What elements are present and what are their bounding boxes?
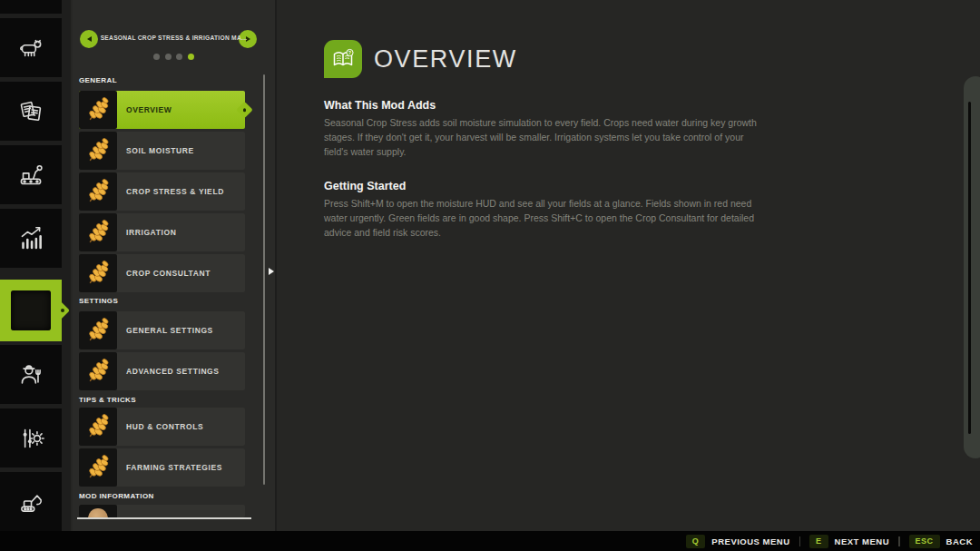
menu-item-label: OVERVIEW [126,91,172,129]
hotkey-label: NEXT MENU [835,536,889,546]
hotkey-separator [898,536,900,546]
arrow-left-icon [87,36,92,42]
hotkey-next-menu[interactable]: E NEXT MENU [809,535,889,548]
menu-item-soil-moisture[interactable]: SOIL MOISTURE [79,132,245,170]
wheat-icon [84,219,112,246]
page-dot [153,54,160,60]
hotkey-label: PREVIOUS MENU [711,536,789,546]
panel-cutoff-line [77,517,251,519]
hotkey-back[interactable]: ESC BACK [909,535,973,548]
selection-dot [243,108,247,112]
help-book-icon [324,40,362,78]
menu-item-overview[interactable]: OVERVIEW [79,91,245,129]
wheat-icon [84,413,112,440]
contracts-icon [15,96,46,127]
menu-item-label: CROP STRESS & YIELD [126,172,224,211]
wheat-icon [84,260,112,287]
wheat-icon [84,317,112,344]
menu-item-label: ADVANCED SETTINGS [126,352,220,390]
panel-edge-divider [275,0,277,531]
content-area: OVERVIEW What This Mod Adds Seasonal Cro… [324,40,765,241]
rail-tile-production[interactable] [0,145,62,204]
rail-tile-mod-selected[interactable] [0,280,62,341]
content-heading-1: What This Mod Adds [324,99,765,112]
menu-item-label: HUD & CONTROLS [126,408,203,446]
window-scrollbar[interactable] [964,76,980,458]
menu-item-general-settings[interactable]: GENERAL SETTINGS [79,311,245,349]
rail-tile-character[interactable] [0,345,62,404]
wheat-icon [84,96,112,123]
scrollbar-groove [968,102,971,434]
content-body-1: Seasonal Crop Stress adds soil moisture … [324,116,758,159]
menu-item-label: IRRIGATION [126,213,176,251]
hotkey-previous-menu[interactable]: Q PREVIOUS MENU [686,535,790,548]
section-label-mod-information: MOD INFORMATION [79,492,154,500]
excavator-icon [15,487,46,517]
section-label-general: GENERAL [79,76,117,84]
content-heading-2: Getting Started [324,180,765,192]
menu-item-label: CROP CONSULTANT [126,254,211,292]
key-badge-e: E [809,535,828,548]
menu-item-partial[interactable] [79,505,245,517]
menu-item-label: GENERAL SETTINGS [126,311,213,349]
key-badge-esc: ESC [909,535,940,548]
page-dot [176,54,182,60]
page-title: OVERVIEW [374,45,517,74]
page-dot-active [188,54,194,60]
wheat-icon [84,178,112,205]
hotkey-separator [799,536,801,546]
potato-icon [88,508,108,517]
production-icon [15,160,46,191]
left-rail [0,0,71,531]
rail-tile-animals[interactable] [0,18,62,77]
page-dots [73,54,275,60]
mod-icon [11,290,51,330]
mod-menu-panel: SEASONAL CROP STRESS & IRRIGATION MA... … [73,0,275,531]
menu-item-advanced-settings[interactable]: ADVANCED SETTINGS [79,352,245,390]
menu-item-irrigation[interactable]: IRRIGATION [79,213,245,251]
page-dot [165,54,172,60]
rail-tile-construction[interactable] [0,472,62,531]
key-badge-q: Q [686,535,706,548]
rail-tile-contracts[interactable] [0,82,62,141]
wheat-icon [84,358,112,385]
statistics-icon [15,223,46,254]
rail-tile-vehicles[interactable] [0,0,62,14]
selection-dot [61,309,64,312]
panel-scrollbar[interactable] [263,74,265,485]
cow-icon [15,33,46,64]
tuning-icon [15,423,46,454]
hotkey-bar: Q PREVIOUS MENU E NEXT MENU ESC BACK [0,531,980,551]
wheat-icon [84,454,112,481]
content-body-2: Press Shift+M to open the moisture HUD a… [324,197,758,240]
panel-expand-arrow-icon[interactable] [269,268,274,275]
menu-item-hud-controls[interactable]: HUD & CONTROLS [79,408,245,446]
rail-tile-statistics[interactable] [0,209,62,268]
page-title-row: OVERVIEW [324,40,765,78]
menu-item-label: FARMING STRATEGIES [126,448,222,487]
farmer-icon [15,359,46,390]
hotkey-label: BACK [946,536,973,546]
section-label-settings: SETTINGS [79,297,118,305]
prev-page-button[interactable] [80,30,98,48]
rail-tile-settings[interactable] [0,408,62,467]
panel-title: SEASONAL CROP STRESS & IRRIGATION MA... [100,34,248,41]
section-label-tips-tricks: TIPS & TRICKS [79,396,136,404]
menu-item-crop-consultant[interactable]: CROP CONSULTANT [79,254,245,292]
menu-item-crop-stress-yield[interactable]: CROP STRESS & YIELD [79,172,245,211]
wheat-icon [84,137,112,164]
menu-item-label: SOIL MOISTURE [126,132,194,170]
menu-item-farming-strategies[interactable]: FARMING STRATEGIES [79,448,245,487]
